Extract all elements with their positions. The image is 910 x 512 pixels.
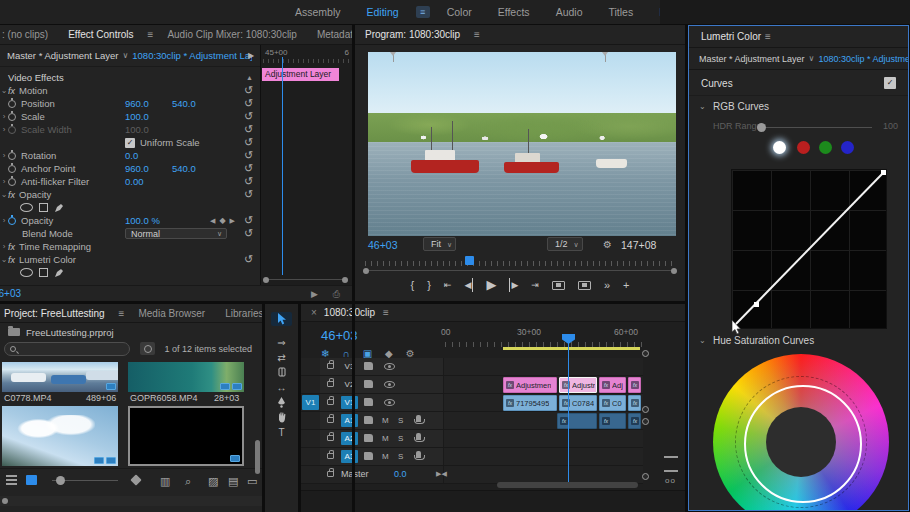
new-item-icon[interactable]: ▤ [228,475,238,488]
anchor-x-value[interactable]: 960.0 [125,163,149,174]
rgb-curves-header[interactable]: ⌄ RGB Curves [689,96,908,118]
twirl-icon[interactable]: › [0,216,8,225]
hue-saturation-wheel[interactable] [713,354,889,511]
tab-project[interactable]: Project: FreeLuttesting [0,308,115,319]
lock-icon[interactable] [327,417,334,423]
anchor-y-value[interactable]: 540.0 [172,163,196,174]
panel-menu-icon[interactable]: ≡ [383,307,389,318]
reset-icon[interactable]: ↺ [244,98,253,109]
lock-icon[interactable] [327,381,334,387]
tab-sequence[interactable]: 1080:30clip [324,307,375,318]
effect-opacity-row[interactable]: ⌄ fx Opacity ↺ [0,188,260,201]
voiceover-mic-icon[interactable] [416,433,421,440]
anti-flicker-row[interactable]: › Anti-flicker Filter 0.00 ↺ [0,175,260,188]
playback-resolution-dropdown[interactable]: 1/2 ∨ [547,237,583,251]
voiceover-mic-icon[interactable] [416,415,421,422]
timeline-ruler[interactable]: 00 30+00 60+00 [445,325,643,347]
reset-icon[interactable]: ↺ [244,215,253,226]
list-view-button[interactable] [6,475,17,485]
go-to-in-button[interactable]: ⇤ [444,278,452,292]
curves-section-header[interactable]: Curves ✓ [689,70,908,96]
lumetri-master-label[interactable]: Master * Adjustment Layer [699,54,805,64]
twirl-icon[interactable]: › [0,112,8,121]
sync-lock-icon[interactable] [364,398,373,406]
timeline-playhead[interactable] [568,338,569,484]
sync-lock-icon[interactable] [364,416,373,424]
panel-divider[interactable] [298,304,301,512]
mute-button[interactable]: M [382,416,389,425]
mini-hscrollbar[interactable] [265,279,346,280]
track-output-eye-icon[interactable] [384,381,395,388]
video-effects-header[interactable]: Video Effects ▲ [0,71,260,84]
effect-time-remapping-row[interactable]: › fx Time Remapping [0,240,260,253]
workspace-menu-icon[interactable]: ≡ [416,6,430,18]
position-row[interactable]: Position 960.0 540.0 ↺ [0,97,260,110]
project-hscrollbar[interactable] [0,496,262,506]
rect-mask-icon[interactable] [39,203,48,212]
mini-playhead[interactable] [282,57,283,275]
automate-to-sequence-icon[interactable]: ▥ [160,475,170,488]
collapse-icon[interactable]: ▲ [246,74,253,81]
stopwatch-icon[interactable] [8,178,16,186]
scale-value[interactable]: 100.0 [125,111,149,122]
panel-menu-icon[interactable]: ≡ [115,308,129,319]
project-bin-row[interactable]: FreeLuttesting.prproj [0,323,262,341]
hand-tool[interactable] [271,410,292,424]
lock-icon[interactable] [327,453,334,459]
stopwatch-icon[interactable] [8,152,16,160]
panel-menu-icon[interactable]: ≡ [470,29,484,40]
track-label[interactable]: V1 [341,396,358,409]
clip-name[interactable]: C0778.MP4 [4,393,52,403]
solo-button[interactable]: S [398,434,403,443]
program-playhead[interactable] [465,256,474,265]
twirl-open-icon[interactable]: ⌄ [0,190,8,199]
close-icon[interactable]: × [311,307,317,318]
next-keyframe-icon[interactable]: ▶ [230,217,235,225]
sync-lock-icon[interactable] [364,362,373,370]
luma-channel-button[interactable] [773,141,786,154]
lumetri-title[interactable]: Lumetri Color [701,31,761,42]
program-scrub-ruler[interactable] [365,256,675,266]
scale-row[interactable]: › Scale 100.0 ↺ [0,110,260,123]
scrollbar-dot[interactable] [642,350,649,357]
mute-button[interactable]: M [382,452,389,461]
workspace-tab-assembly[interactable]: Assembly [295,6,341,18]
timeline-clip-audio-1[interactable]: fx [557,413,597,429]
stopwatch-icon[interactable] [8,165,16,173]
zoom-level-dropdown[interactable]: Fit ∨ [423,237,456,251]
timeline-clip-audio-3[interactable]: fx [628,413,641,429]
blend-mode-dropdown[interactable]: Normal ∨ [125,228,227,239]
track-output-eye-icon[interactable] [384,363,395,370]
tab-media-browser[interactable]: Media Browser [128,308,215,319]
tab-effect-controls[interactable]: Effect Controls [58,29,143,40]
razor-tool[interactable] [271,365,292,379]
stopwatch-icon[interactable] [8,100,16,108]
green-channel-button[interactable] [819,141,832,154]
stopwatch-icon[interactable] [8,217,16,225]
effect-lumetri-row[interactable]: ⌄ fx Lumetri Color ↺ [0,253,260,266]
sync-lock-icon[interactable] [364,452,373,460]
workspace-tab-editing[interactable]: Editing [367,6,399,18]
scrollbar-dot[interactable] [642,406,649,413]
sync-lock-icon[interactable] [364,434,373,442]
twirl-open-icon[interactable]: ⌄ [0,255,8,264]
play-audio-icon[interactable]: ▶ [311,289,318,299]
clip-thumbnail-c0778[interactable] [2,362,118,392]
work-area-bar[interactable] [503,347,640,350]
timeline-clip-adjustment-1[interactable]: fx Adjustmen [503,377,557,393]
workspace-tab-effects[interactable]: Effects [498,6,530,18]
lift-button[interactable] [552,281,565,290]
type-tool[interactable]: T [271,425,292,439]
tab-libraries[interactable]: Libraries [215,308,262,319]
slip-tool[interactable]: ↔ [271,380,292,394]
reset-icon[interactable]: ↺ [244,254,253,265]
reset-icon[interactable]: ↺ [244,176,253,187]
panel-menu-icon[interactable]: ≡ [761,31,775,42]
track-select-forward-tool[interactable]: ⇒ [271,335,292,349]
go-to-out-button[interactable]: ⇥ [531,278,539,292]
track-output-eye-icon[interactable] [384,399,395,406]
search-input[interactable] [4,342,130,356]
pen-tool[interactable] [271,395,292,409]
reset-icon[interactable]: ↺ [244,163,253,174]
step-back-button[interactable]: ◀ [464,278,473,292]
